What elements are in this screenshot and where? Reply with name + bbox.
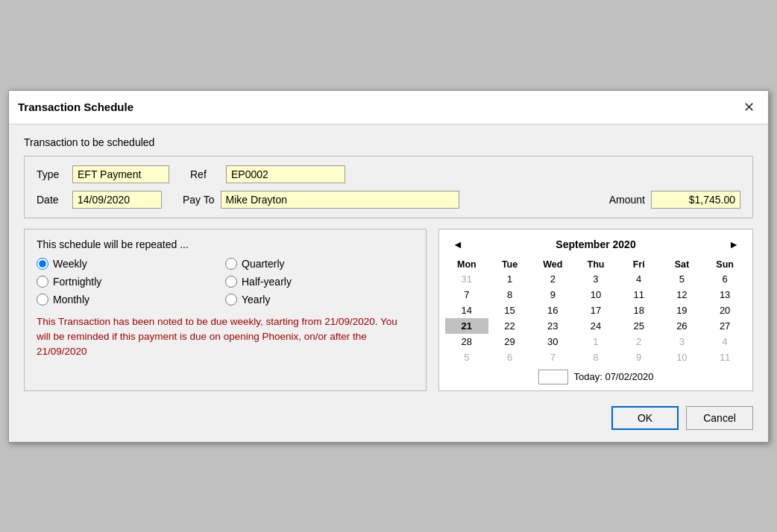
- calendar-day[interactable]: 18: [617, 303, 661, 318]
- calendar-day[interactable]: 13: [703, 287, 746, 303]
- calendar-day[interactable]: 14: [445, 303, 488, 318]
- cancel-button[interactable]: Cancel: [686, 406, 753, 430]
- calendar-day-headers: Mon Tue Wed Thu Fri Sat Sun: [445, 258, 746, 271]
- calendar-day[interactable]: 29: [488, 334, 532, 349]
- calendar-day[interactable]: 15: [488, 303, 532, 318]
- option-quarterly-label: Quarterly: [242, 258, 285, 270]
- calendar-header: ◄ September 2020 ►: [445, 235, 746, 253]
- calendar-day[interactable]: 25: [617, 318, 661, 334]
- col-sat: Sat: [661, 258, 704, 271]
- option-halfyearly-label: Half-yearly: [242, 276, 292, 288]
- col-wed: Wed: [531, 258, 574, 271]
- ref-input[interactable]: [226, 165, 345, 183]
- type-label: Type: [37, 168, 66, 180]
- col-mon: Mon: [445, 258, 488, 271]
- calendar-day[interactable]: 21: [445, 318, 488, 334]
- option-quarterly[interactable]: Quarterly: [225, 258, 414, 270]
- calendar-day[interactable]: 17: [574, 303, 617, 318]
- calendar-day[interactable]: 30: [531, 334, 574, 349]
- calendar-day[interactable]: 3: [574, 271, 617, 287]
- date-input[interactable]: [72, 191, 162, 209]
- option-monthly-label: Monthly: [53, 294, 89, 305]
- calendar-week-5: 567891011: [445, 349, 746, 365]
- calendar-day[interactable]: 2: [617, 334, 661, 349]
- option-monthly[interactable]: Monthly: [37, 294, 225, 305]
- transaction-box: Type Ref Date Pay To Amount: [24, 156, 753, 218]
- option-halfyearly[interactable]: Half-yearly: [225, 276, 414, 288]
- dialog-title: Transaction Schedule: [18, 101, 133, 113]
- calendar-day[interactable]: 28: [445, 334, 488, 349]
- radio-yearly[interactable]: [225, 294, 237, 305]
- calendar-day[interactable]: 22: [488, 318, 532, 334]
- transaction-schedule-dialog: Transaction Schedule ✕ Transaction to be…: [8, 90, 769, 443]
- calendar-day[interactable]: 4: [703, 334, 746, 349]
- ref-label: Ref: [190, 168, 220, 180]
- calendar-day[interactable]: 7: [531, 349, 574, 365]
- calendar-day[interactable]: 23: [531, 318, 574, 334]
- calendar-day[interactable]: 27: [703, 318, 746, 334]
- calendar-day[interactable]: 11: [617, 287, 661, 303]
- radio-quarterly[interactable]: [225, 258, 237, 270]
- radio-weekly[interactable]: [37, 258, 48, 270]
- calendar-day[interactable]: 2: [531, 271, 574, 287]
- close-button[interactable]: ✕: [738, 97, 759, 118]
- calendar-day[interactable]: 9: [617, 349, 661, 365]
- lower-section: This schedule will be repeated ... Weekl…: [24, 229, 753, 391]
- button-row: OK Cancel: [24, 402, 753, 433]
- calendar-day[interactable]: 10: [661, 349, 704, 365]
- option-weekly-label: Weekly: [53, 258, 87, 270]
- col-tue: Tue: [488, 258, 532, 271]
- calendar-prev-button[interactable]: ◄: [448, 237, 468, 252]
- ok-button[interactable]: OK: [611, 406, 679, 430]
- calendar-day[interactable]: 11: [703, 349, 746, 365]
- calendar-day[interactable]: 3: [661, 334, 704, 349]
- col-thu: Thu: [574, 258, 617, 271]
- calendar-day[interactable]: 20: [703, 303, 746, 318]
- calendar-week-1: 78910111213: [445, 287, 746, 303]
- calendar-day[interactable]: 8: [574, 349, 617, 365]
- calendar-week-2: 14151617181920: [445, 303, 746, 318]
- schedule-options: Weekly Quarterly Fortnightly: [37, 258, 414, 305]
- calendar-day[interactable]: 1: [488, 271, 532, 287]
- type-ref-row: Type Ref: [37, 165, 740, 183]
- radio-fortnightly[interactable]: [37, 276, 48, 288]
- calendar-day[interactable]: 5: [445, 349, 488, 365]
- option-yearly[interactable]: Yearly: [225, 294, 414, 305]
- payto-label: Pay To: [183, 194, 215, 206]
- calendar-day[interactable]: 8: [488, 287, 532, 303]
- schedule-box: This schedule will be repeated ... Weekl…: [24, 229, 427, 391]
- date-label: Date: [37, 194, 66, 206]
- calendar-day[interactable]: 12: [661, 287, 704, 303]
- radio-monthly[interactable]: [37, 294, 48, 305]
- today-box: [538, 370, 568, 384]
- schedule-title: This schedule will be repeated ...: [37, 238, 414, 250]
- option-fortnightly[interactable]: Fortnightly: [37, 276, 225, 288]
- dialog-body: Transaction to be scheduled Type Ref Dat…: [9, 124, 768, 442]
- calendar-day[interactable]: 4: [617, 271, 661, 287]
- calendar-day[interactable]: 7: [445, 287, 488, 303]
- amount-label: Amount: [609, 194, 645, 206]
- calendar-day[interactable]: 26: [661, 318, 704, 334]
- calendar-day[interactable]: 1: [574, 334, 617, 349]
- payto-input[interactable]: [221, 191, 459, 209]
- option-weekly[interactable]: Weekly: [37, 258, 225, 270]
- calendar-day[interactable]: 16: [531, 303, 574, 318]
- calendar-today-row: Today: 07/02/2020: [445, 370, 746, 384]
- calendar-grid: Mon Tue Wed Thu Fri Sat Sun 311234567891…: [445, 258, 746, 365]
- calendar-day[interactable]: 31: [445, 271, 488, 287]
- calendar-day[interactable]: 24: [574, 318, 617, 334]
- calendar-next-button[interactable]: ►: [724, 237, 743, 252]
- col-sun: Sun: [703, 258, 746, 271]
- calendar-day[interactable]: 5: [661, 271, 704, 287]
- calendar-day[interactable]: 10: [574, 287, 617, 303]
- date-payto-amount-row: Date Pay To Amount: [37, 191, 740, 209]
- calendar-day[interactable]: 9: [531, 287, 574, 303]
- calendar-box: ◄ September 2020 ► Mon Tue Wed Thu Fri S…: [438, 229, 753, 391]
- radio-halfyearly[interactable]: [225, 276, 237, 288]
- calendar-day[interactable]: 6: [703, 271, 746, 287]
- calendar-day[interactable]: 6: [488, 349, 532, 365]
- type-input[interactable]: [72, 165, 169, 183]
- amount-input[interactable]: [651, 191, 740, 209]
- today-label: Today: 07/02/2020: [574, 371, 654, 382]
- calendar-day[interactable]: 19: [661, 303, 704, 318]
